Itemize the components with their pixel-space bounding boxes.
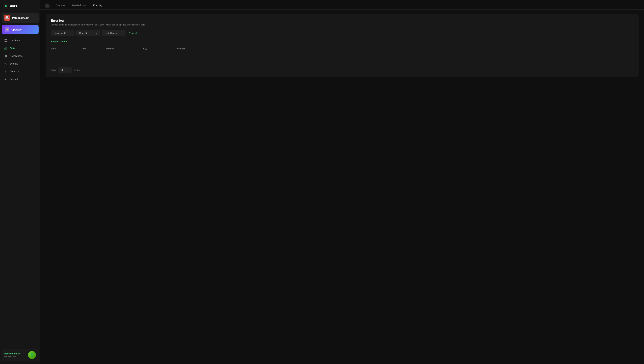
support-icon [4,77,8,81]
docs-external-icon: ↗ [18,70,19,72]
show-count-chevron: ▾ [65,69,66,71]
upgrade-icon: 💳 [5,27,10,32]
show-row: Show 20 ▾ errors [51,67,633,73]
svg-point-10 [6,63,6,64]
time-filter-chevron: ▾ [122,32,123,34]
main-content: ‹ Overview Detailed stats Error log Erro… [40,0,644,364]
col-date: Date [51,48,81,50]
svg-rect-9 [7,47,7,50]
notifications-icon [4,54,8,58]
drpc-logo-icon [3,3,9,9]
upgrade-button[interactable]: 💳 Upgrade [2,25,39,34]
col-network: Network [177,48,633,50]
col-time: Time [81,48,106,50]
networks-filter-chevron: ▾ [71,32,72,34]
time-filter-label: Last 6 hours [105,32,117,34]
top-nav: ‹ Overview Detailed stats Error log [40,0,644,10]
recommend-box[interactable]: Recommend us Get rewards! 💲 [2,348,39,361]
dashboard-icon [4,39,8,42]
time-filter[interactable]: Last 6 hours ▾ [102,30,126,36]
show-label: Show [51,69,57,71]
svg-point-16 [5,78,6,80]
recommend-text: Recommend us Get rewards! [4,352,21,358]
tab-error-log[interactable]: Error log [90,2,106,10]
sidebar-item-notifications[interactable]: Notifications [2,52,39,60]
keys-filter-label: Keys (0) [79,32,87,34]
show-count-select[interactable]: 20 ▾ [59,67,72,73]
sidebar-bottom: Recommend us Get rewards! 💲 [0,346,40,364]
app-name: dRPC [10,4,18,8]
keys-filter-chevron: ▾ [96,32,97,34]
col-key: Key [143,48,177,50]
show-count-value: 20 [61,69,63,71]
support-label: Support [10,78,18,80]
svg-rect-4 [6,39,7,40]
notifications-label: Notifications [10,55,23,57]
recommend-coin-icon: 💲 [28,351,36,359]
col-method: Method [106,48,143,50]
svg-rect-7 [5,48,5,50]
filters-row: Networks (0) ▾ Keys (0) ▾ Last 6 hours ▾… [51,30,633,36]
error-log-title: Error log [51,19,633,22]
svg-rect-5 [5,41,6,42]
stats-label: Stats [10,47,15,50]
dashboard-label: Dashboard [10,39,21,42]
team-name: Personal team [12,16,29,19]
keys-filter[interactable]: Keys (0) ▾ [77,30,100,36]
team-avatar: 🎲 [4,15,10,21]
tab-overview[interactable]: Overview [52,2,69,10]
svg-rect-6 [6,41,7,42]
upgrade-label: Upgrade [12,28,22,31]
tab-detailed-stats[interactable]: Detailed stats [69,2,90,10]
sidebar-item-settings[interactable]: Settings [2,60,39,67]
requests-found-label: Requests found: [51,40,68,43]
error-log-description: Our log contains requests with errors fo… [51,24,633,26]
sidebar: dRPC 🎲 Personal team 💳 Upgrade Dashboard… [0,0,40,364]
settings-icon [4,62,8,66]
docs-icon [4,70,8,73]
sidebar-item-docs[interactable]: Docs ↗ [2,68,39,75]
docs-label: Docs [10,70,15,73]
team-selector[interactable]: 🎲 Personal team [2,13,39,23]
sidebar-item-dashboard[interactable]: Dashboard [2,37,39,44]
main-nav: Dashboard Stats Notifications Settings D [0,36,40,346]
clear-all-button[interactable]: Clear all [129,32,137,34]
content-area: Error log Our log contains requests with… [40,10,644,364]
recommend-subtitle: Get rewards! [4,355,21,358]
svg-rect-8 [6,48,6,50]
table-header: Date Time Method Key Network [51,46,633,52]
collapse-sidebar-button[interactable]: ‹ [45,4,50,8]
show-errors-label: errors [74,69,80,71]
support-external-icon: ↗ [21,78,22,80]
tab-list: Overview Detailed stats Error log [52,2,106,10]
networks-filter[interactable]: Networks (0) ▾ [51,30,75,36]
requests-found: Requests found: 0 [51,40,633,43]
error-log-card: Error log Our log contains requests with… [46,14,639,78]
svg-rect-3 [5,39,6,40]
settings-label: Settings [10,62,18,65]
networks-filter-label: Networks (0) [54,32,66,34]
table-body [51,53,633,63]
sidebar-item-stats[interactable]: Stats [2,44,39,52]
sidebar-item-support[interactable]: Support ↗ [2,76,39,83]
recommend-title: Recommend us [4,352,21,355]
app-logo: dRPC [0,0,40,12]
stats-icon [4,46,8,50]
